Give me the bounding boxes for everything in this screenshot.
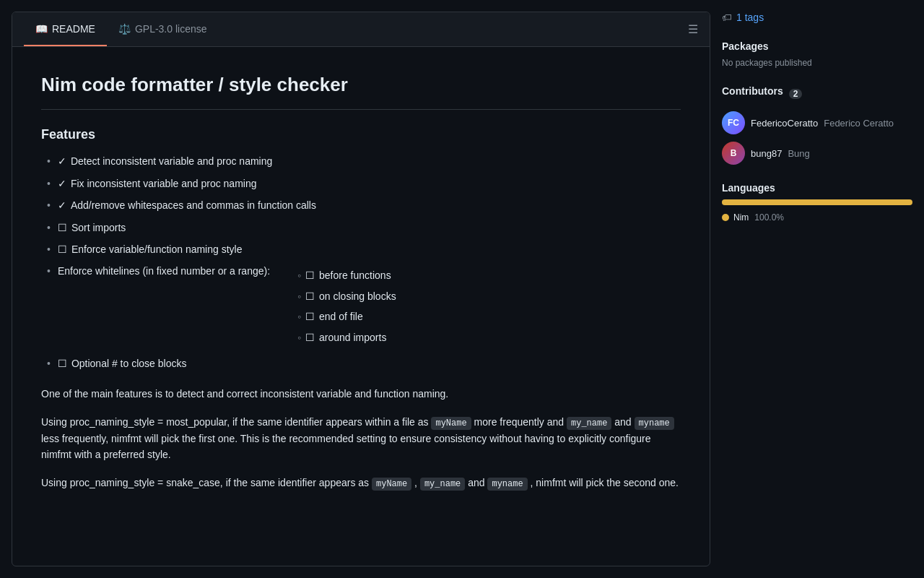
readme-body: Nim code formatter / style checker Featu… bbox=[12, 47, 710, 526]
tab-license[interactable]: ⚖️ GPL-3.0 license bbox=[107, 12, 219, 46]
list-item: ☐ end of file bbox=[297, 309, 396, 324]
features-heading: Features bbox=[41, 124, 681, 145]
square-icon: ☐ bbox=[305, 288, 315, 304]
contributors-count: 2 bbox=[789, 89, 803, 99]
paragraph-1: One of the main features is to detect an… bbox=[41, 386, 681, 402]
tags-label: 1 tags bbox=[736, 12, 764, 23]
contributor-fullname-2: Bung bbox=[788, 148, 809, 159]
contributor-item-2[interactable]: B bung87 Bung bbox=[722, 142, 912, 165]
license-tab-label: GPL-3.0 license bbox=[135, 23, 207, 35]
tags-link[interactable]: 🏷 1 tags bbox=[722, 12, 912, 23]
square-icon: ☐ bbox=[58, 355, 67, 371]
tab-bar: 📖 README ⚖️ GPL-3.0 license ☰ bbox=[12, 12, 710, 47]
packages-title: Packages bbox=[722, 40, 912, 52]
paragraph-2: Using proc_naming_style = most_popular, … bbox=[41, 414, 681, 463]
code-myname2: myname bbox=[635, 417, 674, 430]
nim-language-dot bbox=[722, 214, 729, 221]
toc-icon[interactable]: ☰ bbox=[688, 22, 698, 36]
no-packages-text: No packages published bbox=[722, 58, 912, 68]
languages-section: Languages Nim 100.0% bbox=[722, 182, 912, 223]
code-myname3: myName bbox=[372, 478, 411, 491]
language-item-nim: Nim 100.0% bbox=[722, 212, 912, 223]
list-item: ☐ around imports bbox=[297, 329, 396, 345]
square-icon: ☐ bbox=[58, 241, 67, 257]
check-icon: ✓ bbox=[58, 153, 66, 169]
sub-feature-list: ☐ before functions ☐ on closing blocks ☐… bbox=[297, 267, 396, 350]
avatar-federicoceratto: FC bbox=[722, 111, 745, 134]
contributors-header: Contributors 2 bbox=[722, 85, 912, 103]
list-item: Enforce whitelines (in fixed number or a… bbox=[47, 263, 681, 350]
paragraph-3: Using proc_naming_style = snake_case, if… bbox=[41, 475, 681, 491]
list-item: ☐ on closing blocks bbox=[297, 288, 396, 304]
readme-tab-label: README bbox=[52, 23, 95, 35]
check-icon: ✓ bbox=[58, 176, 66, 191]
tab-readme[interactable]: 📖 README bbox=[24, 12, 107, 46]
avatar-bung87: B bbox=[722, 142, 745, 165]
contributors-title: Contributors bbox=[722, 85, 783, 97]
list-item: ☐ before functions bbox=[297, 267, 396, 283]
square-icon: ☐ bbox=[305, 267, 315, 283]
language-bar bbox=[722, 199, 912, 205]
sidebar: 🏷 1 tags Packages No packages published … bbox=[710, 0, 924, 578]
tags-section: 🏷 1 tags bbox=[722, 12, 912, 23]
list-item: ✓ Add/remove whitespaces and commas in f… bbox=[47, 197, 681, 213]
code-my-name: my_name bbox=[567, 417, 611, 430]
square-icon: ☐ bbox=[305, 329, 315, 345]
list-item: ☐ Enforce variable/function naming style bbox=[47, 241, 681, 257]
square-icon: ☐ bbox=[305, 309, 315, 324]
list-item: ✓ Fix inconsistent variable and proc nam… bbox=[47, 176, 681, 191]
readme-title: Nim code formatter / style checker bbox=[41, 70, 681, 110]
tag-icon: 🏷 bbox=[722, 12, 732, 23]
list-item: ☐ Sort imports bbox=[47, 220, 681, 236]
scale-icon: ⚖️ bbox=[118, 23, 131, 35]
contributor-fullname-1: Federico Ceratto bbox=[824, 118, 894, 129]
book-icon: 📖 bbox=[35, 23, 48, 35]
contributor-username-2: bung87 bbox=[751, 148, 782, 159]
contributor-item-1[interactable]: FC FedericoCeratto Federico Ceratto bbox=[722, 111, 912, 134]
code-myname: myName bbox=[431, 417, 471, 430]
check-icon: ✓ bbox=[58, 197, 66, 213]
nim-language-name: Nim bbox=[733, 212, 749, 223]
contributor-username-1: FedericoCeratto bbox=[751, 118, 818, 129]
code-my-name2: my_name bbox=[420, 478, 465, 491]
list-item: ☐ Optional # to close blocks bbox=[47, 355, 681, 371]
languages-title: Languages bbox=[722, 182, 912, 194]
nim-language-percent: 100.0% bbox=[754, 212, 784, 223]
packages-section: Packages No packages published bbox=[722, 40, 912, 68]
square-icon: ☐ bbox=[58, 220, 67, 236]
features-list: ✓ Detect inconsistent variable and proc … bbox=[47, 153, 681, 371]
contributors-section: Contributors 2 FC FedericoCeratto Federi… bbox=[722, 85, 912, 165]
list-item: ✓ Detect inconsistent variable and proc … bbox=[47, 153, 681, 169]
code-myname4: myname bbox=[487, 478, 527, 491]
